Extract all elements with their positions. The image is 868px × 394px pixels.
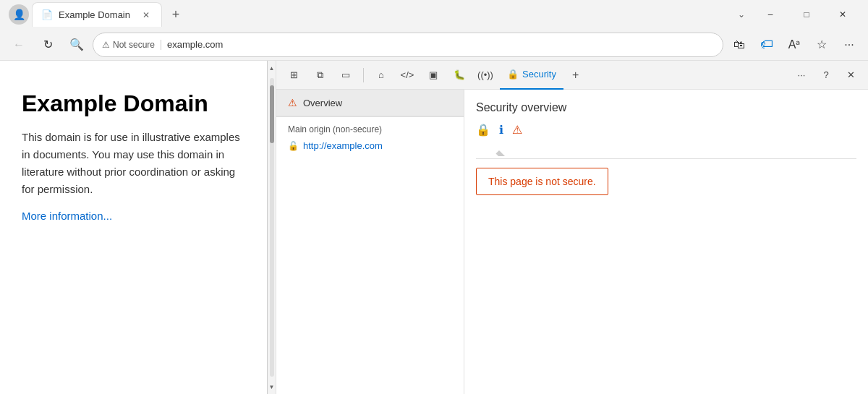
security-lock-icon[interactable]: 🔒 [476,123,490,137]
title-bar: 👤 📄 Example Domain ✕ + ⌄ – □ ✕ [0,0,868,29]
main-content: Example Domain This domain is for use in… [0,61,868,394]
toolbar: ← ↻ 🔍 ⚠ Not secure example.com 🛍 🏷 Aᵃ ☆ … [0,29,868,61]
address-bar[interactable]: ⚠ Not secure example.com [93,33,723,57]
tab-page-icon: 📄 [41,9,53,20]
security-info-icon[interactable]: ℹ [499,123,503,137]
scrollbar-thumb[interactable] [270,85,274,143]
devtools-panel: ⊞ ⧉ ▭ ⌂ </> ▣ 🐛 ((•)) 🔒 Security + ··· ?… [276,61,868,394]
origin-lock-icon: 🔓 [288,141,299,151]
read-aloud-icon[interactable]: Aᵃ [781,32,807,58]
devtools-network-icon[interactable]: ▣ [422,64,445,87]
devtools-more-button[interactable]: ··· [790,64,813,87]
devtools-body: ⚠ Overview Main origin (non-secure) 🔓 ht… [276,90,868,394]
devtools-add-tab-button[interactable]: + [566,69,584,82]
page-content: Example Domain This domain is for use in… [0,61,268,394]
security-icons-row: 🔒 ℹ ⚠ [476,123,856,137]
maximize-button[interactable]: □ [790,3,823,26]
devtools-inspect-icon[interactable]: ⧉ [308,64,331,87]
more-info-link[interactable]: More information... [22,210,112,222]
dt-separator-1 [363,68,364,82]
overview-label: Overview [303,98,342,108]
devtools-help-button[interactable]: ? [814,64,838,87]
overview-warning-icon: ⚠ [288,97,297,108]
new-tab-button[interactable]: + [165,4,187,25]
page-heading: Example Domain [22,90,245,117]
devtools-right-panel: Security overview 🔒 ℹ ⚠ This page is not… [464,90,868,394]
security-tab-lock-icon: 🔒 [507,69,519,80]
devtools-toolbar: ⊞ ⧉ ▭ ⌂ </> ▣ 🐛 ((•)) 🔒 Security + ··· ?… [276,61,868,90]
tab-title: Example Domain [59,9,134,20]
title-bar-left: 👤 [9,4,29,25]
favorites-icon[interactable]: ☆ [809,32,835,58]
window-controls: ⌄ – □ ✕ [732,3,859,26]
scroll-down-button[interactable]: ▼ [268,380,276,394]
devtools-right-controls: ··· ? ✕ [790,64,862,87]
scrollbar-track[interactable] [270,78,274,377]
search-button[interactable]: 🔍 [64,32,90,58]
tab-close-button[interactable]: ✕ [140,9,153,22]
devtools-left-panel: ⚠ Overview Main origin (non-secure) 🔓 ht… [276,90,464,394]
toolbar-right-icons: 🛍 🏷 Aᵃ ☆ ··· [726,32,862,58]
devtools-source-icon[interactable]: </> [396,64,419,87]
origin-link[interactable]: 🔓 http://example.com [288,140,452,151]
devtools-close-button[interactable]: ✕ [839,64,862,87]
security-overview-title: Security overview [476,101,856,114]
not-secure-label: Not secure [113,40,155,50]
back-button[interactable]: ← [6,32,32,58]
security-warning-icon[interactable]: ⚠ [512,123,522,137]
minimize-button[interactable]: – [754,3,787,26]
origin-section: Main origin (non-secure) 🔓 http://exampl… [276,117,464,158]
tab-bar: 📄 Example Domain ✕ + [32,2,732,27]
devtools-screenshare-icon[interactable]: ⊞ [282,64,305,87]
refresh-button[interactable]: ↻ [35,32,61,58]
devtools-home-icon[interactable]: ⌂ [370,64,393,87]
scroll-up-button[interactable]: ▲ [268,61,276,75]
not-secure-box: This page is not secure. [476,168,608,195]
devtools-wifi-icon[interactable]: ((•)) [474,64,497,87]
profile-icon[interactable]: 👤 [9,4,29,25]
more-options-button[interactable]: ··· [836,32,862,58]
bag-icon[interactable]: 🛍 [726,32,752,58]
tooltip-pointer [493,150,505,156]
security-divider [476,158,856,159]
overview-item[interactable]: ⚠ Overview [276,90,464,116]
origin-label: Main origin (non-secure) [288,124,452,134]
page-body: This domain is for use in illustrative e… [22,129,245,198]
chevron-down-icon[interactable]: ⌄ [732,7,751,22]
devtools-bug-icon[interactable]: 🐛 [448,64,471,87]
devtools-panel-icon[interactable]: ▭ [334,64,357,87]
devtools-security-tab[interactable]: 🔒 Security [500,61,563,90]
close-button[interactable]: ✕ [826,3,859,26]
security-tab-label: Security [522,69,556,80]
origin-url[interactable]: http://example.com [303,140,383,151]
not-secure-badge: ⚠ Not secure [102,40,161,50]
warning-triangle-icon: ⚠ [102,40,110,50]
coupon-icon[interactable]: 🏷 [754,32,780,58]
scrollbar[interactable]: ▲ ▼ [268,61,276,394]
address-text: example.com [167,39,714,50]
browser-tab[interactable]: 📄 Example Domain ✕ [32,2,162,27]
